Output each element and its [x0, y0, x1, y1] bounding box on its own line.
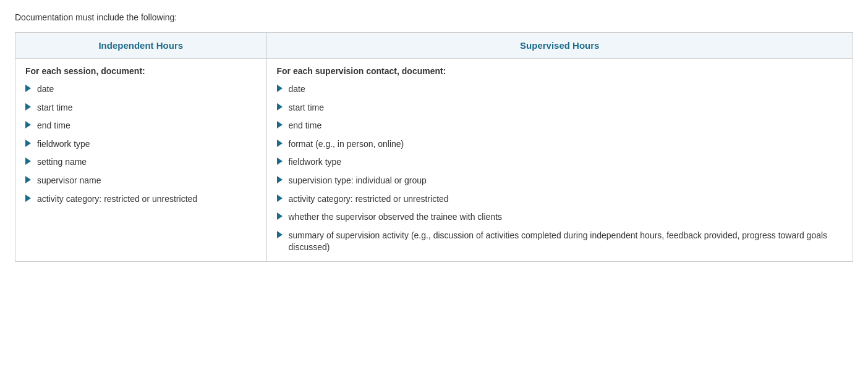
bullet-arrow-icon [25, 85, 31, 92]
list-item: supervision type: individual or group [277, 175, 843, 187]
list-item: whether the supervisor observed the trai… [277, 211, 843, 224]
bullet-arrow-icon [25, 195, 31, 202]
list-item: date [25, 83, 257, 96]
bullet-arrow-icon [25, 157, 31, 165]
list-item: date [277, 83, 843, 96]
list-item-text: summary of supervision activity (e.g., d… [289, 230, 843, 254]
bullet-arrow-icon [277, 231, 283, 238]
list-item-text: format (e.g., in person, online) [289, 138, 404, 151]
list-item: summary of supervision activity (e.g., d… [277, 230, 843, 254]
col2-list: datestart timeend timeformat (e.g., in p… [277, 83, 843, 254]
list-item: end time [25, 120, 257, 132]
bullet-arrow-icon [25, 121, 31, 128]
list-item: end time [277, 120, 843, 132]
list-item: start time [277, 102, 843, 114]
col1-content: For each session, document: datestart ti… [15, 59, 267, 262]
list-item: format (e.g., in person, online) [277, 138, 843, 151]
list-item-text: end time [289, 120, 322, 132]
col2-section-label: For each supervision contact, document: [277, 66, 843, 76]
list-item-text: end time [37, 120, 70, 132]
list-item-text: date [289, 83, 305, 96]
bullet-arrow-icon [25, 176, 31, 183]
list-item-text: activity category: restricted or unrestr… [37, 193, 197, 206]
bullet-arrow-icon [277, 85, 283, 92]
bullet-arrow-icon [277, 176, 283, 183]
col1-header: Independent Hours [15, 33, 267, 59]
col1-list: datestart timeend timefieldwork typesett… [25, 83, 257, 205]
col2-content: For each supervision contact, document: … [266, 59, 853, 262]
list-item: activity category: restricted or unrestr… [25, 193, 257, 206]
list-item-text: date [37, 83, 54, 96]
list-item-text: activity category: restricted or unrestr… [289, 193, 449, 206]
documentation-table: Independent Hours Supervised Hours For e… [15, 32, 853, 262]
bullet-arrow-icon [25, 140, 31, 147]
bullet-arrow-icon [25, 103, 31, 111]
bullet-arrow-icon [277, 103, 283, 111]
list-item: supervisor name [25, 175, 257, 187]
intro-text: Documentation must include the following… [15, 12, 853, 22]
list-item: fieldwork type [25, 138, 257, 151]
list-item-text: setting name [37, 156, 87, 169]
col2-header: Supervised Hours [266, 33, 853, 59]
list-item-text: start time [289, 102, 325, 114]
bullet-arrow-icon [277, 121, 283, 128]
bullet-arrow-icon [277, 212, 283, 220]
list-item: activity category: restricted or unrestr… [277, 193, 843, 206]
list-item-text: supervisor name [37, 175, 101, 187]
bullet-arrow-icon [277, 140, 283, 147]
list-item-text: fieldwork type [289, 156, 342, 169]
col1-section-label: For each session, document: [25, 66, 257, 76]
bullet-arrow-icon [277, 195, 283, 202]
list-item: setting name [25, 156, 257, 169]
list-item-text: fieldwork type [37, 138, 90, 151]
list-item: start time [25, 102, 257, 114]
list-item-text: start time [37, 102, 73, 114]
list-item-text: whether the supervisor observed the trai… [289, 211, 503, 224]
list-item-text: supervision type: individual or group [289, 175, 427, 187]
bullet-arrow-icon [277, 157, 283, 165]
list-item: fieldwork type [277, 156, 843, 169]
